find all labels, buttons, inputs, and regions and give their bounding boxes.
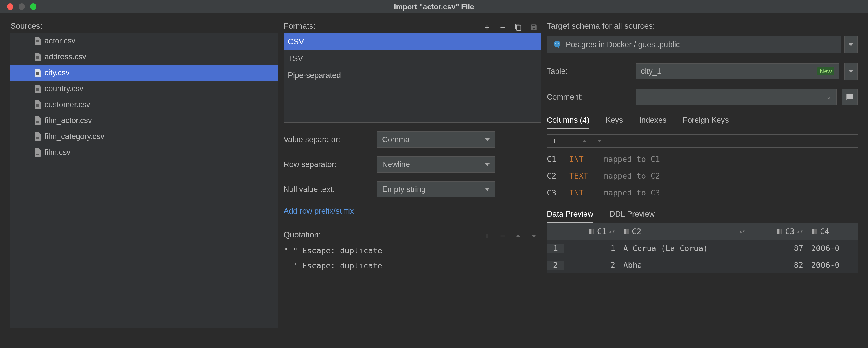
svg-rect-21 [36, 152, 39, 152]
preview-cell: 2 [564, 261, 619, 269]
source-file-item[interactable]: city.csv [10, 65, 278, 81]
file-icon [34, 85, 41, 93]
value-separator-value: Comma [382, 135, 410, 144]
postgres-icon [552, 40, 562, 49]
svg-rect-8 [36, 75, 39, 75]
preview-header-c2[interactable]: C2 ▴▾ [619, 227, 749, 236]
svg-rect-0 [36, 40, 39, 41]
preview-cell: Abha [619, 261, 749, 269]
table-name-input[interactable]: city_1 New [636, 63, 839, 79]
save-format-icon [529, 23, 538, 32]
null-text-dropdown[interactable]: Empty string [377, 181, 495, 198]
preview-cell: 82 [749, 261, 807, 269]
comment-icon [846, 93, 854, 101]
chevron-down-icon [848, 70, 854, 73]
tab-keys[interactable]: Keys [606, 116, 623, 129]
tab-ddl-preview[interactable]: DDL Preview [610, 210, 655, 223]
source-file-item[interactable]: country.csv [10, 81, 278, 97]
file-name: customer.csv [44, 100, 90, 109]
tab-data-preview[interactable]: Data Preview [547, 210, 593, 223]
svg-rect-16 [36, 121, 39, 122]
column-mapping-row[interactable]: C3INTmapped to C3 [547, 184, 858, 201]
preview-cell: 2006-0 [807, 244, 858, 253]
target-schema-dropdown[interactable]: Postgres in Docker / guest.public [547, 36, 841, 53]
format-item[interactable]: TSV [284, 50, 541, 67]
file-name: city.csv [44, 68, 70, 77]
comment-input[interactable]: ⤢ [636, 89, 837, 105]
preview-row[interactable]: 22Abha822006-0 [547, 257, 858, 273]
value-separator-dropdown[interactable]: Comma [377, 132, 495, 148]
svg-rect-28 [593, 229, 594, 234]
tab-columns[interactable]: Columns (4) [547, 116, 589, 129]
chevron-down-icon [485, 138, 490, 141]
formats-label: Formats: [283, 22, 315, 31]
preview-header-c3[interactable]: C3 ▴▾ [749, 227, 807, 236]
sort-icon: ▴▾ [609, 230, 615, 233]
svg-rect-4 [36, 57, 39, 58]
source-file-item[interactable]: customer.csv [10, 97, 278, 113]
preview-header-c1[interactable]: C1 ▴▾ [564, 227, 619, 236]
svg-rect-15 [36, 120, 39, 120]
preview-rownum: 1 [547, 244, 564, 253]
window-maximize-button[interactable] [30, 3, 36, 10]
format-item[interactable]: Pipe-separated [284, 67, 541, 84]
preview-table: C1 ▴▾ C2 ▴▾ C3 ▴▾ C4 11A Corua [547, 223, 858, 273]
add-column-icon[interactable] [551, 138, 558, 144]
mapping-col-type: INT [569, 154, 597, 164]
sort-icon: ▴▾ [797, 230, 803, 233]
chevron-down-icon [485, 188, 490, 191]
new-badge: New [817, 67, 834, 75]
preview-cell: 2006-0 [807, 261, 858, 269]
row-separator-dropdown[interactable]: Newline [377, 156, 495, 173]
tab-foreign-keys[interactable]: Foreign Keys [683, 116, 729, 129]
tab-indexes[interactable]: Indexes [639, 116, 666, 129]
table-label: Table: [547, 67, 631, 76]
mapping-col-type: INT [569, 188, 597, 197]
source-file-item[interactable]: film_category.csv [10, 128, 278, 144]
file-icon [34, 148, 41, 157]
mapping-col-name: C1 [547, 154, 562, 164]
svg-rect-34 [781, 229, 782, 234]
file-name: country.csv [44, 84, 84, 93]
svg-rect-13 [36, 105, 39, 106]
svg-rect-11 [36, 90, 39, 91]
svg-rect-12 [36, 104, 39, 105]
preview-header-c4[interactable]: C4 [807, 227, 858, 236]
file-icon [34, 116, 41, 125]
comment-dialog-button[interactable] [842, 89, 858, 105]
svg-point-25 [558, 43, 558, 44]
source-file-item[interactable]: film.csv [10, 144, 278, 161]
svg-rect-29 [624, 229, 626, 234]
target-schema-arrow[interactable] [844, 36, 858, 53]
source-file-item[interactable]: actor.csv [10, 33, 278, 49]
svg-point-24 [555, 43, 556, 44]
column-icon [811, 228, 818, 234]
column-mapping-row[interactable]: C2TEXTmapped to C2 [547, 167, 858, 184]
add-prefix-suffix-link[interactable]: Add row prefix/suffix [283, 207, 354, 216]
table-dropdown-arrow[interactable] [844, 62, 858, 80]
preview-rownum: 2 [547, 261, 564, 269]
chevron-down-icon [848, 43, 854, 46]
move-up-quotation-icon [514, 232, 523, 240]
add-format-icon[interactable] [483, 23, 491, 32]
file-icon [34, 68, 41, 77]
svg-rect-32 [777, 229, 779, 234]
copy-format-icon[interactable] [514, 23, 523, 32]
window-minimize-button[interactable] [19, 3, 25, 10]
target-schema-label: Target schema for all sources: [547, 22, 858, 31]
source-file-item[interactable]: address.csv [10, 49, 278, 65]
quotation-row[interactable]: ' ' Escape: duplicate [283, 258, 541, 273]
svg-rect-26 [589, 229, 591, 234]
remove-format-icon[interactable] [498, 23, 507, 32]
window-close-button[interactable] [7, 3, 13, 10]
column-mapping-row[interactable]: C1INTmapped to C1 [547, 150, 858, 167]
quotation-row[interactable]: " " Escape: duplicate [283, 243, 541, 258]
add-quotation-icon[interactable] [483, 232, 491, 240]
format-item[interactable]: CSV [284, 33, 541, 50]
svg-rect-20 [36, 138, 39, 139]
preview-row[interactable]: 11A Corua (La Corua)872006-0 [547, 240, 858, 257]
mapping-col-text: mapped to C1 [603, 154, 660, 164]
file-name: film_actor.csv [44, 116, 92, 125]
expand-icon: ⤢ [827, 93, 832, 100]
source-file-item[interactable]: film_actor.csv [10, 113, 278, 128]
